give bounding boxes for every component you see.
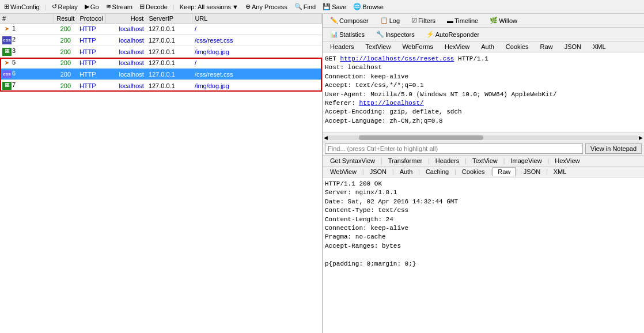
decode-btn[interactable]: ⊞ Decode — [138, 2, 169, 11]
browse-btn[interactable]: 🌐 Browse — [351, 2, 385, 11]
htab-textview[interactable]: TextView — [361, 42, 396, 51]
row-id: ➤1 — [0, 24, 54, 35]
request-link2[interactable]: http://localhost/ — [359, 100, 423, 107]
autoresponder-icon: ⚡ — [426, 31, 434, 38]
composer-icon: ✏️ — [330, 17, 338, 24]
find-btn-toolbar[interactable]: 🔍 Find — [293, 2, 317, 11]
table-row[interactable]: 🖼7 200 HTTP localhost 127.0.0.1 /img/dog… — [0, 80, 322, 92]
hscroll-bar[interactable]: ◀ ▶ — [323, 133, 644, 142]
htab-hexview[interactable]: HexView — [440, 42, 475, 51]
btab-imageview[interactable]: ImageView — [505, 156, 547, 165]
btab-json3[interactable]: JSON — [518, 167, 545, 176]
tab-filters[interactable]: ☑ Filters — [406, 15, 441, 26]
htab-xml[interactable]: XML — [588, 42, 611, 51]
row-host: localhost — [106, 80, 146, 92]
process-btn[interactable]: ⊕ Any Process — [244, 2, 289, 11]
keep-dropdown-icon: ▼ — [232, 3, 238, 10]
btab-transformer[interactable]: Transformer — [383, 156, 428, 165]
view-in-notepad-btn[interactable]: View in Notepad — [585, 143, 642, 154]
table-row[interactable]: ➤5 200 HTTP localhost 127.0.0.1 / — [0, 58, 322, 69]
tab-willow[interactable]: 🌿 Willow — [484, 15, 522, 26]
tab-inspectors[interactable]: 🔧 Inspectors — [371, 29, 420, 40]
col-url: URL — [192, 14, 322, 24]
btab-getsyntaxview[interactable]: Get SyntaxView — [325, 156, 380, 165]
stream-icon: ≋ — [106, 3, 111, 10]
row-result: 200 — [54, 46, 77, 58]
row-protocol: HTTP — [77, 58, 106, 69]
content-area: GET http://localhost/css/reset.css HTTP/… — [323, 52, 644, 333]
stream-btn[interactable]: ≋ Stream — [104, 2, 134, 11]
row-url: /css/reset.css — [192, 35, 322, 46]
tab-autoresponder[interactable]: ⚡ AutoResponder — [421, 29, 484, 40]
btab-textview[interactable]: TextView — [467, 156, 503, 165]
main-container: # Result Protocol Host ServerIP URL ➤1 2… — [0, 14, 644, 333]
col-serverip: ServerIP — [146, 14, 192, 24]
htab-json[interactable]: JSON — [559, 42, 586, 51]
row-id: css6 — [0, 69, 54, 80]
left-panel: # Result Protocol Host ServerIP URL ➤1 2… — [0, 14, 323, 333]
toolbar: ⊞ WinConfig | ↺ Replay ▶ Go ≋ Stream ⊞ D… — [0, 0, 644, 14]
keep-btn[interactable]: Keep: All sessions ▼ — [178, 3, 240, 11]
table-row-selected[interactable]: css6 200 HTTP localhost 127.0.0.1 /css/r… — [0, 69, 322, 80]
btab-cookies[interactable]: Cookies — [457, 167, 490, 176]
tab-composer[interactable]: ✏️ Composer — [325, 15, 374, 26]
header-tabs: Headers TextView WebForms HexView Auth C… — [323, 41, 644, 52]
red-outline-group: ➤5 200 HTTP localhost 127.0.0.1 / css6 2… — [0, 58, 322, 92]
second-tabs: 📊 Statistics 🔧 Inspectors ⚡ AutoResponde… — [323, 28, 644, 41]
row-serverip: 127.0.0.1 — [146, 58, 192, 69]
inspectors-icon: 🔧 — [376, 31, 384, 38]
btab-headers[interactable]: Headers — [430, 156, 465, 165]
table-header: # Result Protocol Host ServerIP URL — [0, 14, 322, 24]
row-url: / — [192, 24, 322, 35]
btab-webview[interactable]: WebView — [325, 167, 362, 176]
row-id: 🖼7 — [0, 80, 54, 92]
find-input[interactable] — [325, 143, 583, 154]
go-btn[interactable]: ▶ Go — [83, 2, 101, 11]
row-host: localhost — [106, 69, 146, 80]
hscroll-track[interactable] — [328, 135, 639, 140]
col-result: Result — [54, 14, 77, 24]
htab-auth[interactable]: Auth — [476, 42, 499, 51]
hscroll-thumb[interactable] — [359, 135, 483, 140]
top-tabs: ✏️ Composer 📋 Log ☑ Filters ▬ Timeline 🌿… — [323, 14, 644, 28]
request-link1[interactable]: http://localhost/css/reset.css — [340, 55, 454, 62]
save-btn[interactable]: 💾 Save — [321, 2, 348, 11]
table-row[interactable]: 🖼3 200 HTTP localhost 127.0.0.1 /img/dog… — [0, 46, 322, 58]
row-protocol: HTTP — [77, 35, 106, 46]
btab-xml[interactable]: XML — [548, 167, 572, 176]
decode-icon: ⊞ — [139, 3, 145, 10]
table-row[interactable]: css2 200 HTTP localhost 127.0.0.1 /css/r… — [0, 35, 322, 46]
row-id: css2 — [0, 35, 54, 46]
row-result: 200 — [54, 58, 77, 69]
css-icon: css — [2, 36, 12, 44]
btab-raw[interactable]: Raw — [493, 167, 516, 176]
request-text: GET http://localhost/css/reset.css HTTP/… — [323, 52, 644, 133]
htab-webforms[interactable]: WebForms — [397, 42, 438, 51]
willow-icon: 🌿 — [490, 17, 498, 24]
btab-hexview[interactable]: HexView — [550, 156, 585, 165]
winconfig-btn[interactable]: ⊞ WinConfig — [2, 2, 41, 11]
save-icon: 💾 — [323, 3, 331, 10]
row-protocol: HTTP — [77, 80, 106, 92]
htab-headers[interactable]: Headers — [325, 42, 359, 51]
htab-cookies[interactable]: Cookies — [501, 42, 534, 51]
htab-raw[interactable]: Raw — [535, 42, 558, 51]
go-icon: ▶ — [85, 3, 89, 10]
btab-auth[interactable]: Auth — [395, 167, 418, 176]
arrow-icon: ➤ — [2, 25, 12, 33]
btab-caching[interactable]: Caching — [421, 167, 454, 176]
tab-statistics[interactable]: 📊 Statistics — [325, 29, 370, 40]
btab-json2[interactable]: JSON — [365, 167, 392, 176]
scroll-left-arrow[interactable]: ◀ — [324, 135, 328, 141]
tab-log[interactable]: 📋 Log — [375, 15, 405, 26]
row-host: localhost — [106, 46, 146, 58]
replay-btn[interactable]: ↺ Replay — [50, 2, 79, 11]
scroll-right-arrow[interactable]: ▶ — [639, 135, 643, 141]
row-protocol: HTTP — [77, 69, 106, 80]
row-url: /css/reset.css — [192, 69, 322, 80]
img-icon: 🖼 — [2, 82, 12, 90]
tab-timeline[interactable]: ▬ Timeline — [442, 16, 483, 26]
find-bar: View in Notepad — [323, 142, 644, 156]
table-row[interactable]: ➤1 200 HTTP localhost 127.0.0.1 / — [0, 24, 322, 35]
response-text: HTTP/1.1 200 OK Server: nginx/1.8.1 Date… — [323, 177, 644, 333]
